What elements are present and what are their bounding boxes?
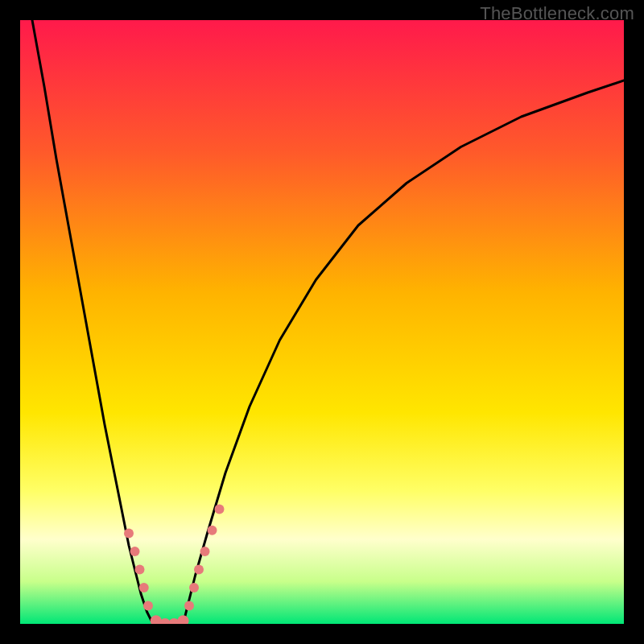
watermark-text: TheBottleneck.com (480, 3, 634, 24)
data-marker (194, 565, 204, 575)
chart-svg (20, 20, 624, 624)
plot-area (20, 20, 624, 624)
data-marker (143, 601, 153, 611)
data-marker (139, 583, 149, 592)
data-marker (208, 526, 217, 535)
data-marker (200, 547, 210, 556)
data-marker (130, 547, 140, 556)
data-marker (215, 505, 225, 514)
data-marker (184, 601, 194, 611)
outer-frame: TheBottleneck.com (0, 0, 644, 644)
data-marker (189, 583, 199, 592)
data-marker (135, 565, 145, 575)
data-marker (124, 529, 134, 539)
gradient-background (20, 20, 624, 624)
